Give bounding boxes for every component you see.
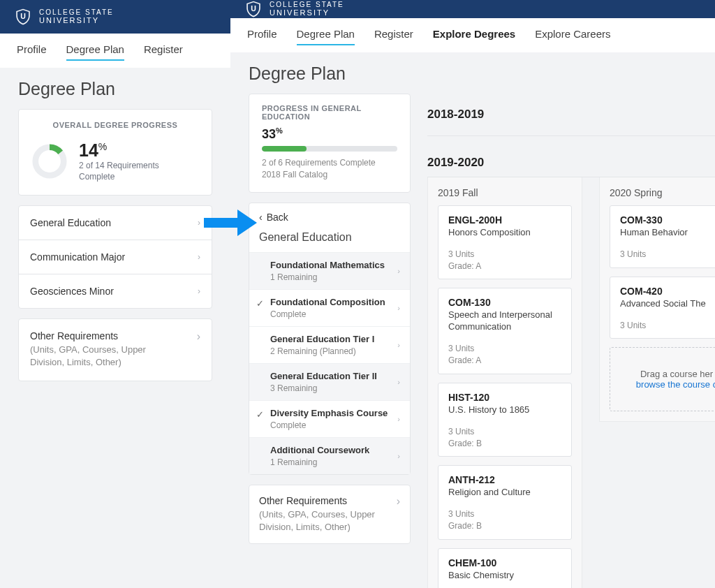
browse-catalog-link[interactable]: browse the course c <box>636 379 715 390</box>
course-grade: Grade: B <box>448 520 561 532</box>
nav-right: Profile Degree Plan Register Explore Deg… <box>230 18 715 52</box>
course-title: Human Behavior <box>620 227 715 239</box>
chevron-left-icon: ‹ <box>259 212 263 223</box>
progress-bar <box>262 146 397 152</box>
university-name: COLLEGE STATE UNIVERSITY <box>39 8 114 24</box>
course-card[interactable]: ANTH-212Religion and Culture3 UnitsGrade… <box>438 465 572 539</box>
list-item-label: Communication Major <box>30 251 125 263</box>
req-general-education[interactable]: General Education › <box>19 206 212 240</box>
nav-profile[interactable]: Profile <box>247 28 277 45</box>
course-units: 3 Units <box>620 249 715 260</box>
chevron-right-icon: › <box>397 341 400 349</box>
sub-section-title: General Education <box>249 227 410 252</box>
other-requirements-card[interactable]: Other Requirements (Units, GPA, Courses,… <box>18 318 212 381</box>
header-right: U COLLEGE STATE UNIVERSITY <box>230 0 715 18</box>
overall-progress-header: OVERALL DEGREE PROGRESS <box>31 121 199 129</box>
course-title: Religion and Culture <box>448 487 561 499</box>
page-title-right: Degree Plan <box>230 52 715 94</box>
course-title: Advanced Social The <box>620 298 715 310</box>
term-label-fall: 2019 Fall <box>438 187 572 198</box>
subreq-status: Complete <box>270 309 385 319</box>
subreq-item[interactable]: ✓Diversity Emphasis CourseComplete› <box>249 400 410 437</box>
subreq-item[interactable]: ✓Foundational CompositionComplete› <box>249 289 410 326</box>
year-header-1: 2018-2019 <box>427 94 715 128</box>
subreq-name: Foundational Composition <box>270 297 385 307</box>
svg-text:U: U <box>20 12 26 20</box>
chevron-right-icon: › <box>397 267 400 275</box>
nav-degree-plan[interactable]: Degree Plan <box>66 43 124 61</box>
list-item-label: Geosciences Minor <box>30 286 114 297</box>
course-units: 3 Units <box>448 508 561 520</box>
other-title: Other Requirements <box>259 495 397 506</box>
subreq-status: Complete <box>270 420 388 430</box>
nav-register[interactable]: Register <box>144 43 183 61</box>
course-card[interactable]: COM-130Speech and Interpersonal Communic… <box>438 288 572 374</box>
section-progress-card: PROGRESS IN GENERAL EDUCATION 33% 2 of 6… <box>249 94 411 193</box>
chevron-right-icon: › <box>397 378 400 386</box>
course-grade: Grade: A <box>448 355 561 367</box>
drop-text: Drag a course her <box>640 369 713 379</box>
chevron-right-icon: › <box>397 495 400 508</box>
university-shield-icon: U <box>244 0 263 18</box>
subreq-item[interactable]: Additional Coursework1 Remaining› <box>249 437 410 474</box>
course-drop-zone[interactable]: Drag a course her browse the course c <box>610 347 715 411</box>
check-icon: ✓ <box>256 409 264 420</box>
course-card[interactable]: CHEM-100Basic Chemistry3 Units <box>438 548 572 588</box>
subreq-name: Foundational Mathematics <box>270 260 385 270</box>
nav-degree-plan[interactable]: Degree Plan <box>297 28 355 45</box>
catalog-label: 2018 Fall Catalog <box>262 169 397 181</box>
subreq-status: 1 Remaining <box>270 457 369 467</box>
req-geosciences-minor[interactable]: Geosciences Minor › <box>19 274 212 308</box>
subreq-status: 3 Remaining <box>270 383 377 393</box>
back-button[interactable]: ‹ Back <box>249 203 410 227</box>
subreq-name: General Education Tier I <box>270 334 374 344</box>
req-communication-major[interactable]: Communication Major › <box>19 240 212 274</box>
section-req-count: 2 of 6 Requirements Complete <box>262 157 397 169</box>
university-shield-icon: U <box>14 8 32 26</box>
subreq-name: Diversity Emphasis Course <box>270 408 388 418</box>
course-code: ANTH-212 <box>448 474 561 485</box>
nav-explore-careers[interactable]: Explore Careers <box>535 28 610 45</box>
chevron-right-icon: › <box>397 415 400 423</box>
chevron-right-icon: › <box>397 304 400 312</box>
page-title-left: Degree Plan <box>0 68 230 109</box>
section-pct: 33% <box>262 126 397 142</box>
course-title: Basic Chemistry <box>448 570 561 582</box>
course-card[interactable]: HIST-120U.S. History to 18653 UnitsGrade… <box>438 383 572 457</box>
nav-left: Profile Degree Plan Register <box>0 34 230 68</box>
subreq-status: 2 Remaining (Planned) <box>270 346 374 356</box>
chevron-right-icon: › <box>397 452 400 460</box>
check-icon: ✓ <box>256 298 264 309</box>
nav-profile[interactable]: Profile <box>17 43 47 61</box>
list-item-label: General Education <box>30 217 111 228</box>
course-code: ENGL-200H <box>448 214 561 226</box>
course-grade: Grade: B <box>448 438 561 450</box>
subreq-name: General Education Tier II <box>270 371 377 381</box>
course-code: HIST-120 <box>448 392 561 403</box>
pane-left: U COLLEGE STATE UNIVERSITY Profile Degre… <box>0 0 230 588</box>
course-card[interactable]: ENGL-200HHonors Composition3 UnitsGrade:… <box>438 205 572 279</box>
nav-register[interactable]: Register <box>374 28 413 45</box>
subreq-item[interactable]: General Education Tier I2 Remaining (Pla… <box>249 326 410 363</box>
course-code: COM-130 <box>448 297 561 308</box>
progress-donut-icon <box>31 143 68 179</box>
course-card[interactable]: COM-420Advanced Social The3 Units <box>610 277 715 339</box>
course-code: COM-330 <box>620 214 715 226</box>
course-title: Honors Composition <box>448 227 561 239</box>
other-title: Other Requirements <box>30 330 170 341</box>
course-units: 3 Units <box>448 343 561 355</box>
other-requirements-card[interactable]: Other Requirements (Units, GPA, Courses,… <box>249 485 411 544</box>
subreq-item[interactable]: General Education Tier II3 Remaining› <box>249 363 410 400</box>
course-code: COM-420 <box>620 286 715 297</box>
subreq-name: Additional Coursework <box>270 445 369 455</box>
overall-progress-card: OVERALL DEGREE PROGRESS 14% 2 of 14 Requ… <box>18 109 212 196</box>
chevron-right-icon: › <box>198 286 200 296</box>
university-name: COLLEGE STATE UNIVERSITY <box>270 1 344 17</box>
course-card[interactable]: COM-330Human Behavior3 Units <box>610 205 715 268</box>
nav-explore-degrees[interactable]: Explore Degrees <box>433 28 515 45</box>
subreq-item[interactable]: Foundational Mathematics1 Remaining› <box>249 252 410 289</box>
other-sub: (Units, GPA, Courses, Upper Division, Li… <box>30 344 170 369</box>
chevron-right-icon: › <box>198 218 200 228</box>
course-units: 3 Units <box>448 249 561 260</box>
schedule-area: 2018-2019 2019-2020 2019 Fall ENGL-200HH… <box>427 94 715 588</box>
